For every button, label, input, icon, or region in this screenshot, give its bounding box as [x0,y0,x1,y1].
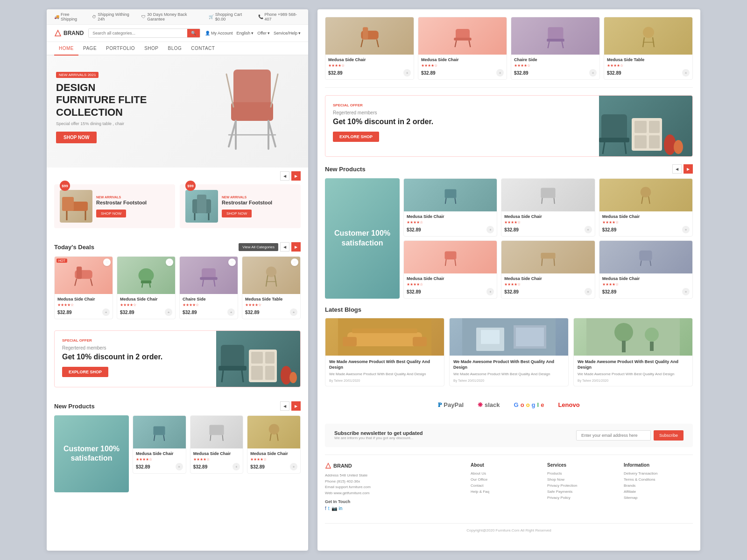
explore-shop-button-left[interactable]: EXPLORE SHOP [62,367,108,377]
language-selector[interactable]: English ▾ [237,31,254,35]
promo-shop-btn-2[interactable]: SHOP NOW [222,210,252,217]
npr-cart-2[interactable]: + [585,226,592,233]
add-to-cart-btn-2[interactable]: + [165,308,172,316]
nav-contact[interactable]: CONTACT [186,42,219,55]
linkedin-icon[interactable]: in [339,506,343,511]
logo: BRAND [54,29,84,37]
footer-privacy-protection[interactable]: Privacy Protection [547,483,616,488]
add-to-cart-btn-1[interactable]: + [102,308,110,316]
deals-next-btn[interactable]: ▶ [291,242,301,252]
promo-shop-btn-1[interactable]: SHOP NOW [96,210,126,217]
footer-services-col: Services Products Shop Now Privacy Prote… [547,462,616,511]
wishlist-btn-2[interactable]: ♡ [166,259,173,266]
svg-rect-27 [200,277,218,280]
explore-shop-button-right[interactable]: EXPLORE SHOP [333,132,379,142]
top-name-3: Chaire Side [514,57,597,62]
new-products-title-left: New Products [54,403,95,410]
footer-services-heading: Services [547,462,616,468]
npr-cart-3[interactable]: + [682,226,690,233]
npr-img-4 [404,241,497,273]
search-input[interactable] [89,29,187,37]
top-stars-2: ★★★★☆ [421,63,504,68]
np-cart-btn-3[interactable]: + [290,463,297,470]
npr-cart-5[interactable]: + [585,288,592,295]
search-button[interactable]: 🔍 [187,29,200,37]
np-price-row-3: $32.89 + [250,463,297,470]
footer-sitemap[interactable]: Sitemap [624,496,693,500]
footer-safe-payments[interactable]: Safe Payments [547,490,616,494]
nav-blog[interactable]: BLOG [163,42,187,55]
footer-products[interactable]: Products [547,471,616,476]
top-cart-4[interactable]: + [682,69,690,77]
add-to-cart-btn-3[interactable]: + [227,308,235,316]
footer-brands[interactable]: Brands [624,483,693,488]
np-cart-btn-1[interactable]: + [176,463,183,470]
header: BRAND 🔍 👤 My Account English ▾ Offer ▾ [47,25,308,42]
svg-line-36 [222,371,223,382]
nav-page[interactable]: PAGE [78,42,101,55]
npr-name-5: Medusa Side Chair [504,276,592,281]
np-prev-btn-left[interactable]: ◀ [280,401,289,411]
deal-product-2: ♡ Medusa Side Chair ★★★★☆ $32.89 + [117,256,176,319]
deals-prev-btn[interactable]: ◀ [280,242,289,252]
npr-cart-1[interactable]: + [486,226,494,233]
footer-get-in-touch: Get In Touch [325,499,463,504]
svg-line-50 [222,435,223,441]
wishlist-btn-3[interactable]: ♡ [228,259,236,266]
nav-home[interactable]: HOME [54,42,78,56]
blog-author-1: By Tahee 20/01/2020 [329,379,440,382]
instagram-icon[interactable]: 📷 [331,506,337,511]
blog-author-3: By Tahee 20/01/2020 [578,379,689,382]
prev-slide-button[interactable]: ◀ [280,171,289,181]
slack-icon: ❋ [478,401,483,408]
offer-link[interactable]: Offer ▾ [257,31,270,35]
top-cart-3[interactable]: + [589,69,597,77]
np-cart-btn-2[interactable]: + [233,463,240,470]
footer-delivery[interactable]: Delivery Transaction [624,471,693,476]
top-cart-2[interactable]: + [496,69,504,77]
user-icon: 👤 [205,31,210,35]
my-account-link[interactable]: 👤 My Account [205,31,233,35]
footer-our-office[interactable]: Our Office [471,477,540,482]
partners-section: 𝐏 PayPal ❋ slack Google Lenovo [325,394,693,416]
view-all-button[interactable]: View All Categories [239,243,278,251]
svg-rect-70 [601,114,627,140]
nav-portfolio[interactable]: PORTFOLIO [101,42,140,55]
np-stars-2: ★★★★☆ [193,457,240,462]
footer-privacy-policy[interactable]: Privacy Policy [547,496,616,500]
npr-cart-6[interactable]: + [682,288,690,295]
footer-contact[interactable]: Contact [471,483,540,488]
newsletter-form: Subscribe [576,430,684,441]
footer-terms[interactable]: Terms & Conditons [624,477,693,482]
service-link[interactable]: Service/Help ▾ [274,31,301,35]
npr-cart-4[interactable]: + [486,288,494,295]
topbar-shipping-time: ⏱ Shipping Withing 24h [92,12,134,21]
wishlist-btn-4[interactable]: ♡ [291,259,298,266]
facebook-icon[interactable]: f [325,506,326,511]
svg-rect-96 [640,251,653,261]
shop-now-button[interactable]: SHOP NOW [56,132,97,143]
np-next-btn-right[interactable]: ▶ [684,164,693,174]
footer-help[interactable]: Help & Faq [471,490,540,494]
newsletter-subscribe-button[interactable]: Subscribe [654,430,684,441]
footer-about-us[interactable]: About Us [471,471,540,476]
svg-line-31 [266,275,268,287]
np-next-btn-left[interactable]: ▶ [291,401,301,411]
svg-line-83 [455,198,456,204]
np-prev-btn-right[interactable]: ◀ [672,164,682,174]
footer-affiliate[interactable]: Affiliate [624,490,693,494]
nav-shop[interactable]: SHOP [140,42,163,55]
svg-rect-39 [251,352,263,364]
top-info-3: Chaire Side ★★★★☆ $32.89 + [511,55,599,79]
svg-line-49 [210,435,211,441]
twitter-icon[interactable]: t [328,506,330,511]
np-name-3: Medusa Side Chair [250,451,297,456]
add-to-cart-btn-4[interactable]: + [290,308,297,316]
wishlist-btn-1[interactable]: ♡ [103,259,111,266]
newsletter-email-input[interactable] [576,430,651,441]
top-cart-1[interactable]: + [403,69,411,77]
blog-author-2: By Tahee 20/01/2020 [453,379,564,382]
footer-shop-now[interactable]: Shop Now [547,477,616,482]
next-slide-button[interactable]: ▶ [291,171,301,181]
satisfaction-box-right: Customer 100% satisfaction [325,178,400,299]
